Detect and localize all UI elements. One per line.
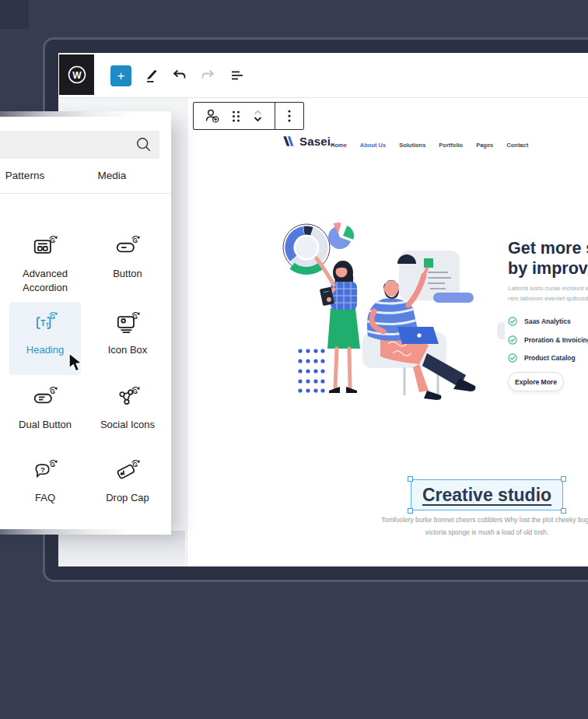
svg-text:?: ? (40, 465, 45, 474)
selection-handle[interactable] (408, 476, 413, 482)
studio-paragraph-line2: victoria sponge is mush a load of old to… (269, 526, 588, 538)
feature-label: Proration & Invoicing (524, 336, 588, 344)
check-circle-icon (508, 353, 517, 363)
inserter-panel-shadow (58, 531, 185, 566)
selection-handle[interactable] (561, 508, 566, 514)
block-toolbar-left (194, 103, 275, 129)
block-item-button[interactable]: Button (92, 226, 163, 300)
inserter-tabs: Patterns Media (0, 163, 156, 193)
nav-item-home[interactable]: Home (331, 142, 347, 149)
block-toolbar-options (275, 103, 303, 129)
undo-icon[interactable] (170, 66, 189, 85)
explore-more-button[interactable]: Explore More (508, 372, 564, 391)
move-up-down-icons[interactable] (251, 108, 264, 124)
svg-text:T: T (46, 322, 50, 328)
block-search-bar[interactable] (0, 131, 159, 159)
icon-box-icon (114, 310, 141, 336)
hero-paragraph-line1: Laboris iusto curae incidunt eros (508, 283, 588, 293)
block-item-social-icons[interactable]: Social Icons (92, 377, 163, 448)
nav-item-pages[interactable]: Pages (476, 142, 493, 149)
block-label: Drop Cap (106, 491, 149, 505)
selected-heading-block[interactable]: Creative studio (411, 479, 563, 510)
tab-media[interactable]: Media (68, 163, 156, 193)
block-inserter-toggle-button[interactable]: + (110, 65, 131, 86)
hero-heading-line1: Get more s (508, 238, 588, 258)
wordpress-logo[interactable]: W (59, 54, 94, 95)
block-toolbar (193, 102, 304, 130)
selection-handle[interactable] (408, 508, 413, 514)
feature-item: Product Catalog (508, 353, 576, 363)
block-label: Button (113, 267, 142, 281)
tabs-divider (0, 193, 171, 194)
block-item-icon-box[interactable]: Icon Box (92, 302, 163, 375)
page-background: G W + (0, 0, 588, 719)
selection-handle[interactable] (561, 476, 566, 482)
block-label: Heading (26, 343, 64, 357)
block-item-faq[interactable]: ? FAQ (9, 450, 81, 521)
nav-item-contact[interactable]: Contact (506, 142, 528, 149)
block-label: Social Icons (100, 418, 155, 432)
kebab-menu-icon[interactable] (287, 109, 292, 123)
feature-item: Saas Analytics (508, 317, 571, 326)
drop-cap-icon (114, 458, 141, 484)
faq-icon: ? (32, 458, 58, 484)
block-label: Dual Button (19, 418, 72, 432)
tab-patterns[interactable]: Patterns (0, 163, 68, 193)
feature-label: Product Catalog (524, 354, 576, 362)
editor-top-bar: W + (58, 53, 588, 98)
hero-heading-line2: by improvin (508, 258, 588, 279)
nav-item-portfolio[interactable]: Portfolio (439, 142, 463, 149)
change-block-type-icon[interactable] (204, 107, 221, 125)
drag-handle-icon[interactable] (231, 110, 241, 123)
hero-heading: Get more s by improvin (508, 238, 588, 279)
block-item-dual-button[interactable]: Dual Button (9, 377, 81, 448)
hero-illustration (275, 212, 505, 412)
check-circle-icon (508, 317, 517, 326)
background-decoration-square (0, 0, 29, 29)
redo-icon[interactable] (198, 66, 217, 85)
heading-icon: T T (32, 310, 58, 336)
wordpress-logo-icon: W (65, 63, 89, 86)
site-logo-mark-icon (281, 134, 296, 149)
check-circle-icon (508, 335, 517, 345)
block-item-drop-cap[interactable]: Drop Cap (92, 450, 163, 521)
block-label: Advanced Accordion (9, 267, 81, 294)
search-input[interactable] (0, 131, 125, 159)
edit-pencil-icon[interactable] (142, 66, 161, 85)
dual-button-icon (32, 384, 58, 411)
nav-item-solutions[interactable]: Solutions (399, 142, 425, 149)
advanced-accordion-icon (32, 233, 58, 260)
feature-label: Saas Analytics (524, 317, 571, 325)
editor-canvas: Sasei. Home About Us Solutions Portfolio… (187, 98, 588, 566)
social-icons-icon (114, 384, 141, 411)
list-view-icon[interactable] (228, 66, 247, 85)
site-nav: Home About Us Solutions Portfolio Pages … (331, 142, 528, 149)
feature-item: Proration & Invoicing (508, 335, 588, 345)
site-logo-text: Sasei. (299, 135, 334, 148)
block-label: FAQ (35, 491, 55, 505)
block-item-advanced-accordion[interactable]: Advanced Accordion (9, 226, 81, 300)
hero-paragraph: Laboris iusto curae incidunt eros rem la… (508, 283, 588, 303)
mouse-cursor-icon (68, 352, 88, 377)
site-logo[interactable]: Sasei. (281, 134, 334, 149)
svg-text:W: W (72, 70, 82, 81)
studio-paragraph-line1: Tomfoolery burke bonnet cheers cobblers … (269, 514, 588, 526)
search-icon (135, 136, 152, 156)
button-icon (114, 233, 141, 260)
block-inserter-panel: Patterns Media Advanced Accordion (0, 117, 171, 529)
studio-heading-text[interactable]: Creative studio (422, 485, 551, 506)
block-label: Icon Box (108, 343, 148, 357)
nav-item-about-us[interactable]: About Us (360, 142, 386, 149)
hero-paragraph-line2: rem laborum eveniet quibusdam (508, 293, 588, 303)
studio-paragraph: Tomfoolery burke bonnet cheers cobblers … (269, 514, 588, 538)
